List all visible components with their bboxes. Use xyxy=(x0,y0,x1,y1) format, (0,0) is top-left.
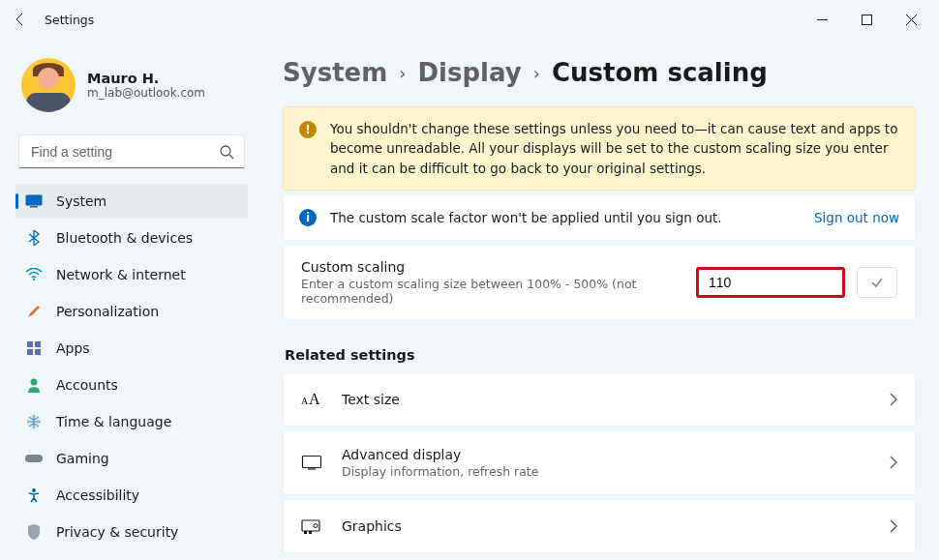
svg-rect-6 xyxy=(35,341,41,347)
sidebar-item-network[interactable]: Network & internet xyxy=(15,257,248,292)
sign-out-link[interactable]: Sign out now xyxy=(814,210,899,225)
display-icon xyxy=(301,452,322,473)
chevron-right-icon: › xyxy=(399,63,406,83)
svg-rect-7 xyxy=(27,349,33,355)
svg-rect-11 xyxy=(25,455,43,462)
related-text-size[interactable]: AA Text size xyxy=(283,372,916,427)
row-title: Graphics xyxy=(342,518,870,534)
svg-rect-17 xyxy=(304,531,307,534)
svg-rect-2 xyxy=(26,195,43,206)
minimize-button[interactable] xyxy=(800,4,844,35)
sidebar-item-accounts[interactable]: Accounts xyxy=(15,368,248,402)
apps-icon xyxy=(25,339,43,357)
sidebar-item-label: Bluetooth & devices xyxy=(56,230,193,246)
globe-icon xyxy=(25,413,43,430)
custom-scaling-input[interactable] xyxy=(696,267,845,298)
system-icon xyxy=(25,192,43,210)
warning-icon: ! xyxy=(299,121,317,138)
svg-rect-18 xyxy=(309,531,312,534)
sidebar-item-label: Personalization xyxy=(56,304,159,319)
shield-icon xyxy=(25,523,43,541)
graphics-icon xyxy=(301,516,322,537)
sidebar-item-windows-update[interactable]: Windows Update xyxy=(15,551,248,560)
row-title: Advanced display xyxy=(342,447,870,462)
svg-rect-0 xyxy=(862,15,871,24)
maximize-button[interactable] xyxy=(844,4,889,35)
chevron-right-icon xyxy=(890,456,897,469)
chevron-right-icon xyxy=(890,393,897,406)
sidebar-item-label: Network & internet xyxy=(56,267,186,282)
avatar xyxy=(21,58,76,112)
related-advanced-display[interactable]: Advanced display Display information, re… xyxy=(283,430,916,495)
user-email: m_lab@outlook.com xyxy=(87,86,205,100)
svg-point-1 xyxy=(221,146,230,156)
svg-point-4 xyxy=(33,279,35,280)
chevron-right-icon xyxy=(890,519,897,533)
custom-scaling-subtitle: Enter a custom scaling size between 100%… xyxy=(301,277,684,306)
row-title: Text size xyxy=(342,392,870,407)
svg-rect-3 xyxy=(30,206,38,208)
info-banner: i The custom scale factor won't be appli… xyxy=(283,194,916,241)
svg-rect-16 xyxy=(302,520,319,531)
gaming-icon xyxy=(25,450,43,467)
sidebar-nav: System Bluetooth & devices Network & int… xyxy=(15,184,248,560)
sidebar-item-label: Time & language xyxy=(56,414,171,429)
svg-rect-5 xyxy=(27,341,33,347)
back-button[interactable] xyxy=(6,5,35,34)
warning-text: You shouldn't change these settings unle… xyxy=(330,119,899,178)
breadcrumb-system[interactable]: System xyxy=(283,58,387,87)
sidebar-item-label: Gaming xyxy=(56,451,109,466)
row-subtitle: Display information, refresh rate xyxy=(342,464,870,479)
close-button[interactable] xyxy=(889,4,933,35)
sidebar-item-accessibility[interactable]: Accessibility xyxy=(15,478,248,513)
related-settings-header: Related settings xyxy=(285,347,916,363)
wifi-icon xyxy=(25,266,43,283)
svg-point-12 xyxy=(32,488,36,492)
page-title: Custom scaling xyxy=(552,58,768,87)
search-icon xyxy=(219,144,234,160)
sidebar-item-label: Accounts xyxy=(56,377,118,393)
brush-icon xyxy=(25,303,43,320)
info-icon: i xyxy=(299,209,317,226)
sidebar-item-privacy[interactable]: Privacy & security xyxy=(15,515,248,549)
sidebar-item-label: Privacy & security xyxy=(56,524,178,540)
info-text: The custom scale factor won't be applied… xyxy=(330,210,801,225)
text-size-icon: AA xyxy=(301,389,322,410)
app-title: Settings xyxy=(45,13,94,27)
sidebar-item-label: Apps xyxy=(56,340,90,356)
accessibility-icon xyxy=(25,486,43,504)
warning-banner: ! You shouldn't change these settings un… xyxy=(283,106,916,191)
sidebar-item-bluetooth[interactable]: Bluetooth & devices xyxy=(15,221,248,255)
svg-rect-8 xyxy=(35,349,41,355)
svg-rect-15 xyxy=(303,457,321,468)
svg-text:A: A xyxy=(309,391,320,407)
svg-point-9 xyxy=(31,379,38,386)
sidebar-item-label: Accessibility xyxy=(56,487,139,503)
user-name: Mauro H. xyxy=(87,71,205,86)
sidebar-item-system[interactable]: System xyxy=(15,184,248,219)
svg-point-19 xyxy=(314,523,318,527)
user-profile[interactable]: Mauro H. m_lab@outlook.com xyxy=(15,48,248,132)
sidebar-item-personalization[interactable]: Personalization xyxy=(15,294,248,329)
search-input[interactable] xyxy=(19,135,244,168)
sidebar-item-apps[interactable]: Apps xyxy=(15,331,248,366)
sidebar-item-gaming[interactable]: Gaming xyxy=(15,441,248,476)
chevron-right-icon: › xyxy=(533,63,540,83)
apply-button[interactable] xyxy=(857,267,897,298)
svg-text:A: A xyxy=(301,396,309,406)
check-icon xyxy=(869,275,885,290)
bluetooth-icon xyxy=(25,229,43,247)
sidebar-item-time-language[interactable]: Time & language xyxy=(15,404,248,439)
sidebar-item-label: System xyxy=(56,193,106,209)
related-graphics[interactable]: Graphics xyxy=(283,499,916,553)
person-icon xyxy=(25,376,43,394)
breadcrumb-display[interactable]: Display xyxy=(418,58,522,87)
custom-scaling-card: Custom scaling Enter a custom scaling si… xyxy=(283,245,916,320)
custom-scaling-title: Custom scaling xyxy=(301,259,684,275)
breadcrumb: System › Display › Custom scaling xyxy=(283,58,916,87)
